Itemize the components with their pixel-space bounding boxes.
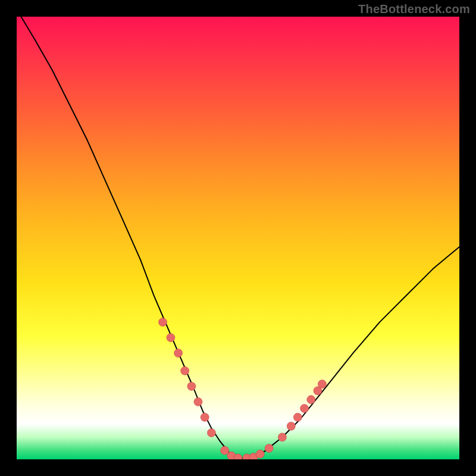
chart-container [17, 17, 459, 459]
watermark-text: TheBottleneck.com [358, 2, 470, 16]
plot-gradient-background [17, 17, 459, 459]
